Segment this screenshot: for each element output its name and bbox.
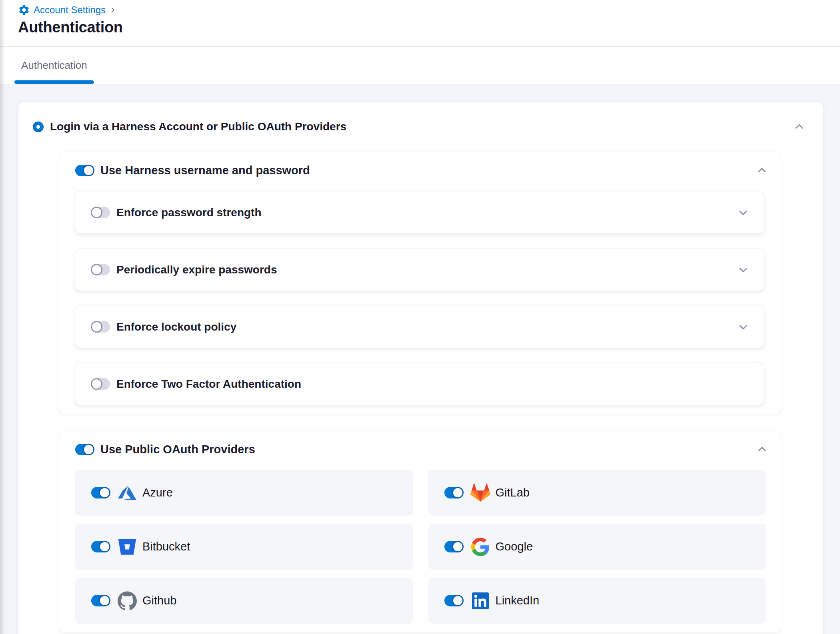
breadcrumb: Account Settings [18, 3, 840, 17]
linkedin-toggle[interactable] [444, 595, 463, 606]
azure-icon [117, 482, 138, 503]
use-harness-username-password-toggle[interactable] [75, 165, 94, 176]
enforce-password-strength-toggle[interactable] [91, 207, 110, 218]
toggle-knob [452, 487, 464, 498]
oauth-provider-grid: Azure GitLab Bitbucket Google Github Lin… [75, 470, 766, 624]
oauth-section: Use Public OAuth Providers Azure GitLab … [59, 431, 781, 632]
provider-label: Github [142, 594, 176, 607]
login-method-label: Login via a Harness Account or Public OA… [50, 120, 346, 133]
provider-label: GitLab [496, 486, 530, 499]
tab-authentication[interactable]: Authentication [14, 47, 94, 84]
linkedin-icon [470, 590, 491, 611]
chevron-up-icon[interactable] [756, 165, 768, 176]
policy-label: Enforce lockout policy [116, 321, 236, 333]
breadcrumb-link-account-settings[interactable]: Account Settings [34, 4, 106, 16]
username-password-section: Use Harness username and password Enforc… [59, 152, 781, 414]
toggle-knob [99, 487, 110, 498]
username-password-header: Use Harness username and password [59, 164, 781, 176]
gitlab-icon [470, 482, 491, 503]
provider-label: Azure [142, 486, 173, 499]
toggle-knob [91, 321, 102, 333]
policy-row-enforce-password-strength: Enforce password strength [75, 191, 764, 233]
chevron-down-icon[interactable] [738, 321, 749, 333]
chevron-up-icon[interactable] [756, 444, 768, 455]
oauth-provider-bitbucket: Bitbucket [75, 524, 413, 570]
toggle-knob [91, 378, 102, 390]
oauth-title: Use Public OAuth Providers [100, 443, 255, 456]
chevron-up-icon[interactable] [794, 121, 805, 132]
enforce-two-factor-authentication-toggle[interactable] [91, 378, 110, 390]
periodically-expire-passwords-toggle[interactable] [91, 264, 110, 275]
tab-label: Authentication [21, 59, 87, 72]
tab-bar: Authentication [0, 47, 840, 84]
policy-label: Enforce Two Factor Authentication [116, 378, 301, 391]
gitlab-toggle[interactable] [444, 487, 463, 498]
bitbucket-icon [117, 536, 138, 557]
settings-gear-icon[interactable] [18, 4, 30, 16]
github-icon [117, 590, 138, 611]
policy-label: Enforce password strength [116, 206, 262, 219]
use-public-oauth-providers-toggle[interactable] [75, 444, 94, 455]
oauth-provider-google: Google [428, 524, 766, 570]
login-method-radio[interactable] [33, 122, 44, 132]
toggle-knob [91, 207, 102, 218]
policy-row-periodically-expire-passwords: Periodically expire passwords [75, 249, 764, 291]
password-policy-list: Enforce password strength Periodically e… [59, 191, 781, 405]
oauth-provider-azure: Azure [75, 470, 413, 516]
toggle-knob [452, 595, 464, 606]
policy-row-enforce-lockout-policy: Enforce lockout policy [75, 306, 764, 348]
policy-row-enforce-two-factor-authentication: Enforce Two Factor Authentication [75, 363, 764, 405]
enforce-lockout-policy-toggle[interactable] [91, 321, 110, 333]
breadcrumb-separator-icon [109, 6, 116, 14]
chevron-down-icon[interactable] [738, 264, 749, 275]
chevron-down-icon[interactable] [738, 207, 749, 218]
provider-label: Bitbucket [142, 540, 190, 553]
username-password-title: Use Harness username and password [100, 164, 310, 177]
login-method-radio-row: Login via a Harness Account or Public OA… [18, 120, 823, 133]
toggle-knob [452, 541, 464, 552]
toggle-knob [91, 264, 102, 275]
toggle-knob [99, 595, 110, 606]
toggle-knob [99, 541, 110, 552]
policy-label: Periodically expire passwords [116, 263, 277, 276]
toggle-knob [83, 165, 94, 176]
provider-label: Google [496, 540, 533, 553]
auth-settings-card: Login via a Harness Account or Public OA… [18, 102, 823, 634]
oauth-provider-github: Github [75, 578, 413, 624]
google-icon [470, 536, 491, 557]
oauth-provider-gitlab: GitLab [428, 470, 766, 516]
bitbucket-toggle[interactable] [91, 541, 110, 552]
provider-label: LinkedIn [496, 594, 540, 607]
oauth-header: Use Public OAuth Providers [59, 443, 781, 455]
google-toggle[interactable] [444, 541, 463, 552]
page-title: Authentication [18, 19, 840, 36]
toggle-knob [83, 444, 94, 455]
azure-toggle[interactable] [91, 487, 110, 498]
github-toggle[interactable] [91, 595, 110, 606]
active-tab-underline [14, 80, 94, 84]
page-header: Account Settings Authentication [0, 0, 840, 47]
oauth-provider-linkedin: LinkedIn [428, 578, 766, 624]
content-area: Login via a Harness Account or Public OA… [0, 84, 840, 634]
